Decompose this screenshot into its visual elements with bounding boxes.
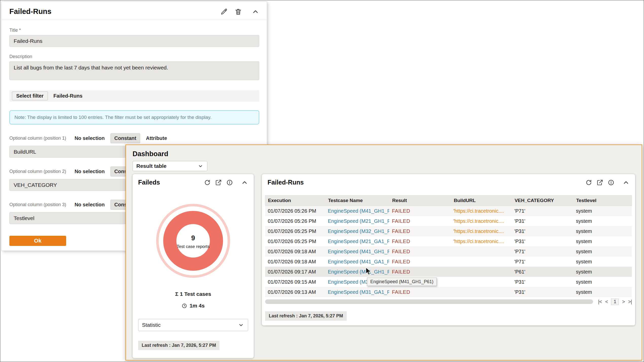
testcase-link[interactable]: EngineSpeed (M21_GH1_P31) — [328, 218, 389, 224]
title-input[interactable] — [9, 35, 259, 47]
select-filter-button[interactable]: Select filter — [12, 92, 48, 100]
result-cell: FAILED — [389, 249, 451, 255]
collapse-icon[interactable] — [622, 179, 630, 186]
edit-icon[interactable] — [220, 8, 228, 15]
faileds-card-title: Faileds — [138, 179, 160, 186]
ok-button[interactable]: Ok — [9, 236, 66, 246]
results-last-refresh: Last refresh : Jan 7, 2026, 5:27 PM — [265, 311, 346, 321]
table-row[interactable]: 01/07/2026 05:25 PMEngineSpeed (M32_GH1_… — [265, 226, 632, 236]
option-no-selection[interactable]: No selection — [71, 200, 108, 210]
optional-column-2-label: Optional column (position 2) — [9, 169, 66, 174]
testlevel-cell: system — [573, 218, 632, 224]
result-cell: FAILED — [389, 239, 451, 244]
limit-note: Note: The display is limited to 100 entr… — [9, 110, 259, 124]
optional-column-1-label: Optional column (position 1) — [9, 136, 66, 141]
optional-column-1-row: Optional column (position 1) No selectio… — [9, 133, 259, 143]
faileds-last-refresh: Last refresh : Jan 7, 2026, 5:27 PM — [138, 341, 219, 350]
filter-bar: Select filter Failed-Runs — [9, 90, 259, 102]
veh-category-cell: 'P31' — [512, 279, 573, 285]
testcase-link[interactable]: EngineSpeed (M41_GH1_P71) — [328, 208, 389, 214]
testcase-link[interactable]: EngineSpeed (M32_GH1_P31) — [328, 228, 389, 234]
table-row[interactable]: 01/07/2026 09:15 AMEngineSpeed (M31_GH1_… — [265, 277, 632, 287]
prev-page-button[interactable]: < — [605, 299, 608, 305]
buildurl-link[interactable]: https://ci.tracetronic.... — [454, 228, 504, 234]
option-no-selection[interactable]: No selection — [71, 167, 108, 176]
table-row[interactable]: 01/07/2026 09:17 AMEngineSpeed (M41_GH1_… — [265, 267, 632, 277]
statistic-select-value: Statistic — [142, 322, 161, 328]
first-page-button[interactable]: |< — [598, 299, 602, 305]
veh-category-cell: 'P31' — [512, 228, 573, 234]
table-row[interactable]: 01/07/2026 09:18 AMEngineSpeed (M41_GA1_… — [265, 257, 632, 267]
testcase-cell: EngineSpeed (M41_GH1_P61) — [325, 269, 389, 275]
execution-cell: 01/07/2026 09:13 AM — [265, 289, 325, 295]
column-header: Execution — [265, 198, 325, 203]
view-select[interactable]: Result table — [133, 161, 207, 171]
pagination: |< < 1 > >| — [598, 299, 632, 305]
buildurl-link[interactable]: https://ci.tracetronic.... — [454, 208, 504, 214]
execution-cell: 01/07/2026 09:18 AM — [265, 259, 325, 265]
open-in-new-icon[interactable] — [597, 179, 603, 186]
table-row[interactable]: 01/07/2026 09:18 AMEngineSpeed (M41_GH1_… — [265, 246, 632, 257]
execution-cell: 01/07/2026 05:25 PM — [265, 228, 325, 234]
statistic-select[interactable]: Statistic — [138, 319, 248, 331]
panel-title: Failed-Runs — [9, 7, 51, 16]
info-icon[interactable] — [608, 179, 614, 186]
option-attribute[interactable]: Attribute — [142, 133, 171, 143]
column-header: Result — [390, 198, 451, 203]
option-constant[interactable]: Constant — [111, 133, 140, 143]
option-no-selection[interactable]: No selection — [71, 133, 108, 143]
table-row[interactable]: 01/07/2026 05:25 PMEngineSpeed (M21_GA1_… — [265, 236, 632, 246]
testcase-link[interactable]: EngineSpeed (M21_GA1_P31) — [328, 239, 389, 244]
result-cell: FAILED — [389, 289, 451, 295]
last-page-button[interactable]: >| — [628, 299, 632, 305]
collapse-icon[interactable] — [252, 8, 259, 15]
veh-category-cell: 'P31' — [512, 239, 573, 244]
testlevel-cell: system — [573, 259, 632, 265]
clock-icon — [182, 303, 187, 309]
execution-cell: 01/07/2026 05:26 PM — [265, 208, 325, 214]
column-header: VEH_CATEGORY — [512, 198, 574, 203]
buildurl-link[interactable]: https://ci.tracetronic.... — [454, 239, 504, 244]
testcase-link[interactable]: EngineSpeed (M41_GH1_P71) — [328, 249, 389, 255]
refresh-icon[interactable] — [204, 179, 211, 186]
testcase-link[interactable]: EngineSpeed (M31_GA1_P31) — [328, 289, 389, 295]
info-icon[interactable] — [226, 179, 233, 186]
next-page-button[interactable]: > — [622, 299, 625, 305]
title-label: Title * — [9, 28, 259, 33]
veh-category-cell: 'P31' — [512, 218, 573, 224]
results-table-header: ExecutionTestcase NameResultBuildURLVEH_… — [265, 195, 632, 206]
refresh-icon[interactable] — [585, 179, 592, 186]
description-input[interactable]: List all bugs from the last 7 days that … — [9, 61, 259, 80]
execution-cell: 01/07/2026 09:15 AM — [265, 279, 325, 285]
column-header: Testlevel — [574, 198, 632, 203]
dashboard-panel: Dashboard Result table Faileds — [125, 144, 642, 360]
failed-runs-card: Failed-Runs — [262, 174, 635, 325]
testcase-cell: EngineSpeed (M21_GA1_P31) — [325, 239, 389, 244]
delete-icon[interactable] — [234, 8, 242, 15]
testcase-cell: EngineSpeed (M41_GH1_P71) — [325, 249, 389, 255]
open-in-new-icon[interactable] — [215, 179, 222, 186]
result-cell: FAILED — [389, 269, 451, 275]
table-row[interactable]: 01/07/2026 05:26 PMEngineSpeed (M41_GH1_… — [265, 206, 632, 216]
horizontal-scrollbar[interactable] — [265, 299, 593, 304]
testcase-cell: EngineSpeed (M32_GH1_P31) — [325, 228, 389, 234]
result-cell: FAILED — [389, 218, 451, 224]
result-cell: FAILED — [389, 208, 451, 214]
failed-runs-card-header: Failed-Runs — [262, 174, 635, 189]
buildurl-link[interactable]: https://ci.tracetronic.... — [454, 218, 504, 224]
testcase-link[interactable]: EngineSpeed (M41_GH1_P61) — [328, 269, 389, 275]
table-footer-row: |< < 1 > >| — [265, 299, 632, 305]
panel-toolbar — [220, 8, 259, 15]
dashboard-title: Dashboard — [133, 150, 635, 158]
table-row[interactable]: 01/07/2026 09:13 AMEngineSpeed (M31_GA1_… — [265, 287, 632, 297]
collapse-icon[interactable] — [241, 179, 248, 186]
testlevel-cell: system — [573, 269, 632, 275]
table-row[interactable]: 01/07/2026 05:26 PMEngineSpeed (M21_GH1_… — [265, 216, 632, 226]
veh-category-cell: 'P71' — [512, 208, 573, 214]
testcase-link[interactable]: EngineSpeed (M41_GA1_P71) — [328, 259, 389, 265]
results-table-body: 01/07/2026 05:26 PMEngineSpeed (M41_GH1_… — [265, 206, 632, 297]
description-label: Description — [9, 54, 259, 59]
failed-runs-card-toolbar — [585, 179, 630, 186]
selected-filter-name: Failed-Runs — [53, 93, 82, 99]
screenshot-frame: Failed-Runs Title * Description List all… — [0, 0, 644, 362]
